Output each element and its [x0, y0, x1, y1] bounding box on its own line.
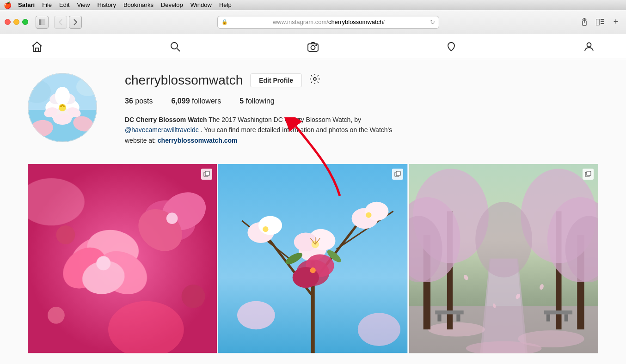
svg-rect-102 — [437, 315, 441, 322]
svg-point-43 — [96, 256, 110, 271]
multi-photo-icon-2 — [392, 169, 403, 180]
multi-photo-icon-1 — [201, 169, 212, 180]
svg-point-74 — [263, 226, 269, 232]
photo-1[interactable] — [28, 164, 217, 353]
url-path: cherryblossomwatch — [328, 18, 383, 25]
home-nav-button[interactable] — [28, 37, 46, 56]
svg-rect-106 — [564, 315, 568, 322]
username: cherryblossomwatch — [125, 73, 243, 88]
svg-point-11 — [311, 45, 315, 49]
followers-stat[interactable]: 6,099 followers — [172, 97, 221, 105]
sidebar-toggle[interactable] — [36, 16, 49, 29]
svg-rect-5 — [601, 21, 604, 22]
menu-file[interactable]: File — [42, 1, 52, 8]
posts-stat[interactable]: 36 posts — [125, 97, 153, 105]
svg-rect-83 — [396, 171, 400, 176]
menu-bar: 🍎 Safari File Edit View History Bookmark… — [0, 0, 626, 10]
bio-text1: The 2017 Washington DC Cherry Blossom Wa… — [209, 116, 361, 123]
forward-button[interactable] — [69, 16, 82, 29]
ssl-icon: 🔒 — [221, 19, 228, 25]
menu-edit[interactable]: Edit — [59, 1, 69, 8]
svg-point-27 — [61, 104, 63, 106]
menu-history[interactable]: History — [97, 1, 116, 8]
profile-nav-button[interactable] — [580, 37, 598, 56]
activity-nav-button[interactable] — [442, 37, 460, 56]
maximize-button[interactable] — [22, 19, 28, 25]
menu-bookmarks[interactable]: Bookmarks — [123, 1, 153, 8]
svg-point-73 — [258, 216, 282, 235]
url-slash: / — [383, 18, 385, 25]
svg-rect-105 — [546, 315, 550, 322]
edit-profile-button[interactable]: Edit Profile — [250, 73, 302, 87]
browser-actions — [578, 16, 607, 29]
svg-rect-103 — [456, 315, 460, 322]
svg-point-13 — [587, 42, 591, 47]
address-bar[interactable]: 🔒 www.instagram.com/cherryblossomwatch/ … — [217, 16, 439, 29]
bio-link[interactable]: cherryblossomwatch.com — [158, 137, 238, 144]
profile-info: cherryblossomwatch Edit Profile 36 posts… — [125, 73, 598, 146]
username-row: cherryblossomwatch Edit Profile — [125, 73, 598, 88]
profile-header: cherryblossomwatch Edit Profile 36 posts… — [28, 73, 598, 146]
instagram-nav — [0, 34, 626, 59]
url-text: www.instagram.com/cherryblossomwatch/ — [230, 18, 428, 25]
multi-photo-icon-3 — [583, 169, 594, 180]
menu-items: Safari File Edit View History Bookmarks … — [18, 1, 232, 8]
svg-rect-104 — [544, 310, 572, 314]
settings-icon[interactable] — [309, 73, 320, 87]
profile-avatar — [28, 73, 97, 142]
following-stat[interactable]: 5 following — [239, 97, 275, 105]
svg-point-77 — [366, 212, 372, 218]
svg-rect-1 — [41, 19, 45, 25]
photo-2[interactable] — [218, 164, 407, 353]
search-nav-button[interactable] — [166, 37, 184, 56]
share-button[interactable] — [578, 16, 591, 29]
menu-safari[interactable]: Safari — [18, 1, 35, 8]
svg-line-9 — [177, 49, 180, 51]
camera-nav-button[interactable] — [304, 37, 322, 56]
refresh-button[interactable]: ↻ — [430, 18, 435, 25]
menu-develop[interactable]: Develop — [161, 1, 183, 8]
svg-point-30 — [53, 114, 72, 125]
menu-help[interactable]: Help — [219, 1, 232, 8]
svg-point-50 — [48, 307, 65, 324]
svg-rect-4 — [601, 19, 604, 20]
address-bar-container: 🔒 www.instagram.com/cherryblossomwatch/ … — [86, 16, 571, 29]
svg-rect-0 — [39, 19, 41, 25]
close-button[interactable] — [5, 19, 11, 25]
svg-point-80 — [237, 301, 275, 329]
bio-name: DC Cherry Blossom Watch — [125, 116, 207, 123]
svg-rect-101 — [435, 310, 463, 314]
bio: DC Cherry Blossom Watch The 2017 Washing… — [125, 115, 393, 146]
svg-point-23 — [55, 87, 70, 105]
bio-handle[interactable]: @havecamerawilltraveldc — [125, 126, 199, 133]
svg-rect-7 — [36, 48, 38, 51]
photo-grid — [28, 164, 598, 353]
svg-point-107 — [475, 202, 532, 278]
nav-buttons — [54, 16, 82, 29]
minimize-button[interactable] — [13, 19, 19, 25]
reader-view-button[interactable] — [594, 16, 607, 29]
apple-menu[interactable]: 🍎 — [4, 1, 12, 9]
svg-point-48 — [56, 225, 75, 244]
svg-rect-3 — [596, 19, 599, 25]
svg-rect-6 — [601, 23, 604, 24]
svg-point-81 — [358, 313, 400, 346]
svg-point-71 — [310, 267, 316, 273]
avatar-image — [28, 73, 97, 142]
browser-chrome: 🔒 www.instagram.com/cherryblossomwatch/ … — [0, 10, 626, 34]
stats-row: 36 posts 6,099 followers 5 following — [125, 97, 598, 105]
svg-rect-54 — [205, 171, 209, 176]
svg-point-49 — [182, 285, 205, 308]
back-button[interactable] — [54, 16, 67, 29]
svg-point-12 — [316, 45, 317, 46]
photo-3[interactable] — [409, 164, 598, 353]
url-base: www.instagram.com/ — [273, 18, 328, 25]
profile-content: cherryblossomwatch Edit Profile 36 posts… — [0, 59, 626, 364]
svg-rect-113 — [587, 171, 591, 176]
new-tab-button[interactable]: + — [610, 17, 621, 28]
svg-point-36 — [313, 78, 316, 80]
svg-point-88 — [428, 322, 485, 337]
menu-view[interactable]: View — [77, 1, 90, 8]
menu-window[interactable]: Window — [190, 1, 212, 8]
traffic-lights — [5, 19, 28, 25]
